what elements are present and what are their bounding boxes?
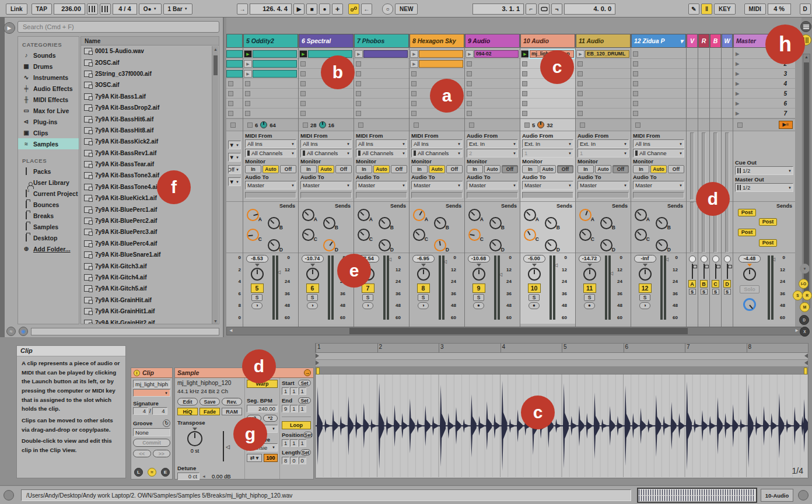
file-row[interactable]: 7y9A Kit-Bass1.aif [81, 91, 219, 102]
return-fader[interactable] [727, 264, 728, 279]
send-d-knob[interactable]: D [434, 239, 446, 251]
input-channel-selector[interactable]: 2 [467, 149, 518, 158]
file-row[interactable]: 7y9A Kit-BlueSnare1.aif [81, 249, 219, 260]
place-item-user-library[interactable]: User Library [18, 177, 79, 188]
output-selector[interactable]: Master [245, 181, 296, 190]
send-b-knob[interactable]: B [545, 217, 557, 229]
clip-slot[interactable]: ▶EB_120_DRUML [576, 49, 631, 59]
solo-button[interactable]: S [418, 294, 429, 301]
solo-button[interactable]: S [639, 294, 650, 301]
input-type-selector[interactable]: Ext. In [522, 139, 573, 148]
file-row[interactable]: 7y9A Kit-Gitch4.aif [81, 272, 219, 283]
clip-body[interactable] [308, 50, 352, 58]
send-a-knob[interactable]: A [358, 209, 370, 221]
track-header[interactable]: 5 Oddity2 [243, 34, 298, 48]
status-right-icon[interactable] [798, 490, 808, 501]
scene-launch-icon[interactable]: ▶ [736, 51, 739, 57]
send-d-knob[interactable]: D [323, 239, 335, 251]
track-header[interactable] [226, 34, 243, 48]
cue-out-selector[interactable]: 1/2 [735, 166, 793, 175]
pan-knob[interactable] [473, 268, 485, 281]
clip-launch-button[interactable]: ▶ [576, 50, 584, 58]
monitor-auto-button[interactable]: Auto [373, 165, 390, 173]
send-d-knob[interactable]: D [600, 239, 612, 251]
send-a-knob[interactable]: A [635, 209, 647, 221]
send-d-knob[interactable]: D [489, 239, 502, 251]
input-type-selector[interactable]: All Ins [300, 139, 352, 148]
input-channel-selector[interactable]: 1 [578, 149, 629, 158]
return-pan-knob[interactable] [724, 256, 731, 262]
arm-button[interactable]: ◑ [418, 302, 429, 309]
stop-all-clips-button[interactable] [737, 123, 743, 128]
input-type-selector[interactable]: All Ins [411, 139, 463, 148]
sidebar-item-drums[interactable]: ▦Drums [18, 61, 79, 72]
solo-button[interactable]: S [307, 294, 318, 301]
track-activator[interactable]: 8 [417, 284, 430, 293]
solo-button[interactable]: S [584, 294, 595, 301]
monitor-auto-button[interactable]: Auto [595, 165, 611, 173]
show-io-toggle[interactable]: I-O [799, 279, 808, 289]
input-channel-selector[interactable]: All Channels [300, 149, 352, 158]
scene-launch-icon[interactable]: ▶ [736, 91, 739, 96]
file-row[interactable]: 2String_c37f0000.aif [81, 68, 219, 79]
send-c-knob[interactable]: C [579, 229, 592, 241]
monitor-auto-button[interactable]: Auto [262, 165, 279, 173]
post-toggle[interactable]: Post [759, 239, 777, 247]
scene-slot[interactable]: ▶6 [733, 99, 795, 108]
output-selector[interactable]: Master [578, 181, 629, 190]
start-value[interactable]: 111 [282, 387, 311, 395]
send-b-knob[interactable]: B [323, 217, 335, 229]
stop-button[interactable]: ■ [306, 4, 317, 15]
solo-button[interactable]: S [362, 294, 373, 301]
start-set-button[interactable]: Set [298, 380, 311, 386]
track-activator[interactable]: 7 [362, 284, 374, 293]
solo-button[interactable]: S [251, 294, 262, 301]
return-solo-button[interactable]: S [712, 289, 719, 295]
post-toggle[interactable]: Post [759, 218, 777, 226]
groove-selector[interactable]: None [133, 428, 170, 436]
scene-launch-icon[interactable]: ▶ [736, 61, 739, 66]
loop-start-display[interactable]: 3. 1. 1 [473, 4, 524, 15]
tempo-display[interactable]: 236.00 [54, 4, 85, 15]
clip-launch-button[interactable]: ▶ [466, 50, 474, 58]
monitor-in-button[interactable]: In [467, 165, 483, 173]
send-a-knob[interactable]: A [247, 209, 259, 221]
groove-swing-icon[interactable]: ↻ [163, 419, 170, 427]
post-toggle[interactable]: Post [738, 229, 756, 236]
clip-color-chooser[interactable]: ▼ [133, 389, 170, 397]
clip-launch-button[interactable]: ▶ [299, 50, 307, 58]
punch-in-icon[interactable]: ⌐ [526, 4, 537, 15]
start-end-brace[interactable] [315, 360, 808, 367]
loop-switch-icon[interactable] [538, 4, 550, 15]
clip-slot[interactable] [354, 108, 409, 118]
selected-device-label[interactable]: 10-Audio [761, 489, 793, 502]
send-d-knob[interactable]: D [656, 239, 668, 251]
output-selector[interactable]: Master [356, 181, 407, 190]
track-header[interactable]: 9 Audio [465, 34, 520, 48]
clip-slot[interactable] [226, 79, 243, 89]
send-a-knob[interactable]: A [302, 209, 314, 221]
track-activator[interactable]: 5 [251, 284, 264, 293]
volume-display[interactable]: -10.74 [302, 255, 324, 262]
clip-slot[interactable] [465, 108, 520, 118]
warp-marker-strip[interactable] [315, 367, 808, 374]
clip-slot[interactable] [243, 108, 298, 118]
clip-slot[interactable] [631, 49, 686, 59]
fade-button[interactable]: Fade [200, 408, 220, 415]
envelope-tab-icon[interactable]: E [161, 468, 170, 477]
clip-slot[interactable] [576, 99, 631, 108]
crossfader-knob[interactable] [743, 298, 756, 311]
output-selector[interactable]: Master [411, 181, 463, 190]
send-b-knob[interactable]: B [268, 217, 280, 229]
arm-button[interactable]: ◑ [307, 302, 318, 309]
clip-slot[interactable] [354, 69, 409, 79]
clip-body[interactable] [419, 60, 463, 68]
clip-body[interactable] [253, 50, 297, 58]
signature-numerator[interactable]: 4 [133, 407, 148, 415]
return-solo-button[interactable]: S [724, 289, 731, 295]
file-row[interactable]: 7y9A Kit-GrainHit2.aif [81, 317, 219, 324]
transpose-knob[interactable] [187, 431, 202, 446]
return-activator[interactable]: C [712, 280, 719, 288]
browser-collapse-icon[interactable]: ▶ [4, 22, 15, 34]
place-item-current-project[interactable]: Current Project [18, 188, 79, 199]
